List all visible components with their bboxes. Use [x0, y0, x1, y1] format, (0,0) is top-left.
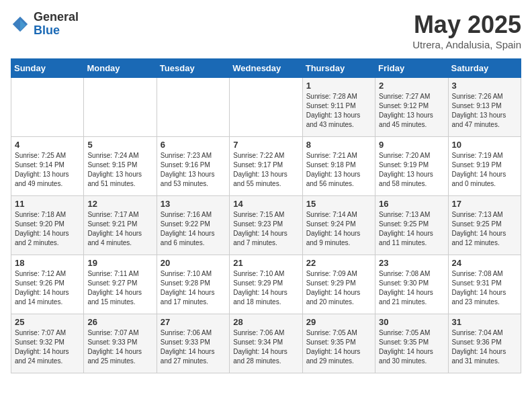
days-header-row: SundayMondayTuesdayWednesdayThursdayFrid…: [11, 59, 521, 78]
calendar-cell: [11, 78, 84, 137]
calendar-cell: 17Sunrise: 7:13 AM Sunset: 9:25 PM Dayli…: [448, 196, 521, 255]
title-area: May 2025 Utrera, Andalusia, Spain: [412, 11, 521, 50]
day-info: Sunrise: 7:11 AM Sunset: 9:27 PM Dayligh…: [87, 269, 152, 307]
calendar-cell: 24Sunrise: 7:08 AM Sunset: 9:31 PM Dayli…: [448, 255, 521, 314]
day-info: Sunrise: 7:08 AM Sunset: 9:30 PM Dayligh…: [379, 269, 444, 307]
day-info: Sunrise: 7:21 AM Sunset: 9:18 PM Dayligh…: [306, 151, 371, 189]
day-info: Sunrise: 7:13 AM Sunset: 9:25 PM Dayligh…: [452, 210, 517, 248]
calendar-cell: 1Sunrise: 7:28 AM Sunset: 9:11 PM Daylig…: [302, 78, 375, 137]
calendar-cell: 16Sunrise: 7:13 AM Sunset: 9:25 PM Dayli…: [375, 196, 448, 255]
header: General Blue May 2025 Utrera, Andalusia,…: [11, 11, 521, 50]
day-number: 28: [233, 317, 298, 327]
calendar-cell: 2Sunrise: 7:27 AM Sunset: 9:12 PM Daylig…: [375, 78, 448, 137]
day-number: 29: [306, 317, 371, 327]
logo-general-text: General: [34, 11, 79, 24]
day-number: 23: [379, 258, 444, 268]
day-info: Sunrise: 7:07 AM Sunset: 9:33 PM Dayligh…: [87, 328, 152, 366]
location: Utrera, Andalusia, Spain: [412, 39, 521, 50]
calendar-cell: 20Sunrise: 7:10 AM Sunset: 9:28 PM Dayli…: [157, 255, 229, 314]
day-number: 18: [15, 258, 80, 268]
day-number: 1: [306, 81, 371, 91]
day-info: Sunrise: 7:04 AM Sunset: 9:36 PM Dayligh…: [452, 328, 517, 366]
day-number: 11: [15, 199, 80, 209]
calendar-cell: 12Sunrise: 7:17 AM Sunset: 9:21 PM Dayli…: [84, 196, 157, 255]
day-number: 25: [15, 317, 80, 327]
day-info: Sunrise: 7:18 AM Sunset: 9:20 PM Dayligh…: [15, 210, 80, 248]
calendar-cell: 23Sunrise: 7:08 AM Sunset: 9:30 PM Dayli…: [375, 255, 448, 314]
calendar-cell: 31Sunrise: 7:04 AM Sunset: 9:36 PM Dayli…: [448, 314, 521, 373]
day-number: 2: [379, 81, 444, 91]
day-header-tuesday: Tuesday: [157, 59, 229, 78]
month-year: May 2025: [412, 11, 521, 39]
day-info: Sunrise: 7:26 AM Sunset: 9:13 PM Dayligh…: [452, 92, 517, 130]
calendar-cell: 30Sunrise: 7:05 AM Sunset: 9:35 PM Dayli…: [375, 314, 448, 373]
day-number: 15: [306, 199, 371, 209]
day-info: Sunrise: 7:06 AM Sunset: 9:33 PM Dayligh…: [161, 328, 226, 366]
week-row-5: 25Sunrise: 7:07 AM Sunset: 9:32 PM Dayli…: [11, 314, 521, 373]
day-header-friday: Friday: [375, 59, 448, 78]
calendar-cell: 25Sunrise: 7:07 AM Sunset: 9:32 PM Dayli…: [11, 314, 84, 373]
day-number: 4: [15, 140, 80, 150]
calendar-cell: 9Sunrise: 7:20 AM Sunset: 9:19 PM Daylig…: [375, 137, 448, 196]
calendar-cell: 4Sunrise: 7:25 AM Sunset: 9:14 PM Daylig…: [11, 137, 84, 196]
day-info: Sunrise: 7:25 AM Sunset: 9:14 PM Dayligh…: [15, 151, 80, 189]
day-number: 7: [233, 140, 298, 150]
logo: General Blue: [11, 11, 79, 38]
day-info: Sunrise: 7:07 AM Sunset: 9:32 PM Dayligh…: [15, 328, 80, 366]
calendar-cell: 5Sunrise: 7:24 AM Sunset: 9:15 PM Daylig…: [84, 137, 157, 196]
day-number: 26: [87, 317, 152, 327]
calendar-cell: 7Sunrise: 7:22 AM Sunset: 9:17 PM Daylig…: [230, 137, 302, 196]
day-number: 6: [161, 140, 226, 150]
day-info: Sunrise: 7:17 AM Sunset: 9:21 PM Dayligh…: [87, 210, 152, 248]
calendar-cell: 29Sunrise: 7:05 AM Sunset: 9:35 PM Dayli…: [302, 314, 375, 373]
calendar-cell: 26Sunrise: 7:07 AM Sunset: 9:33 PM Dayli…: [84, 314, 157, 373]
day-info: Sunrise: 7:15 AM Sunset: 9:23 PM Dayligh…: [233, 210, 298, 248]
day-number: 13: [161, 199, 226, 209]
calendar-cell: 18Sunrise: 7:12 AM Sunset: 9:26 PM Dayli…: [11, 255, 84, 314]
week-row-4: 18Sunrise: 7:12 AM Sunset: 9:26 PM Dayli…: [11, 255, 521, 314]
calendar-cell: 21Sunrise: 7:10 AM Sunset: 9:29 PM Dayli…: [230, 255, 302, 314]
week-row-3: 11Sunrise: 7:18 AM Sunset: 9:20 PM Dayli…: [11, 196, 521, 255]
calendar-cell: 13Sunrise: 7:16 AM Sunset: 9:22 PM Dayli…: [157, 196, 229, 255]
day-number: 30: [379, 317, 444, 327]
day-number: 17: [452, 199, 517, 209]
day-info: Sunrise: 7:12 AM Sunset: 9:26 PM Dayligh…: [15, 269, 80, 307]
day-info: Sunrise: 7:19 AM Sunset: 9:19 PM Dayligh…: [452, 151, 517, 189]
calendar-cell: 8Sunrise: 7:21 AM Sunset: 9:18 PM Daylig…: [302, 137, 375, 196]
day-number: 12: [87, 199, 152, 209]
logo-text: General Blue: [34, 11, 79, 38]
calendar-cell: 10Sunrise: 7:19 AM Sunset: 9:19 PM Dayli…: [448, 137, 521, 196]
day-number: 27: [161, 317, 226, 327]
logo-icon: [11, 15, 30, 34]
calendar-table: SundayMondayTuesdayWednesdayThursdayFrid…: [11, 58, 521, 373]
calendar-cell: 3Sunrise: 7:26 AM Sunset: 9:13 PM Daylig…: [448, 78, 521, 137]
day-header-thursday: Thursday: [302, 59, 375, 78]
calendar-cell: 11Sunrise: 7:18 AM Sunset: 9:20 PM Dayli…: [11, 196, 84, 255]
logo-blue-text: Blue: [34, 24, 79, 38]
day-info: Sunrise: 7:16 AM Sunset: 9:22 PM Dayligh…: [161, 210, 226, 248]
day-number: 20: [161, 258, 226, 268]
day-info: Sunrise: 7:05 AM Sunset: 9:35 PM Dayligh…: [379, 328, 444, 366]
day-info: Sunrise: 7:22 AM Sunset: 9:17 PM Dayligh…: [233, 151, 298, 189]
calendar-cell: 14Sunrise: 7:15 AM Sunset: 9:23 PM Dayli…: [230, 196, 302, 255]
day-number: 5: [87, 140, 152, 150]
day-info: Sunrise: 7:08 AM Sunset: 9:31 PM Dayligh…: [452, 269, 517, 307]
week-row-2: 4Sunrise: 7:25 AM Sunset: 9:14 PM Daylig…: [11, 137, 521, 196]
day-number: 31: [452, 317, 517, 327]
day-info: Sunrise: 7:13 AM Sunset: 9:25 PM Dayligh…: [379, 210, 444, 248]
day-number: 8: [306, 140, 371, 150]
day-info: Sunrise: 7:05 AM Sunset: 9:35 PM Dayligh…: [306, 328, 371, 366]
calendar-cell: 19Sunrise: 7:11 AM Sunset: 9:27 PM Dayli…: [84, 255, 157, 314]
calendar-cell: [230, 78, 302, 137]
day-info: Sunrise: 7:24 AM Sunset: 9:15 PM Dayligh…: [87, 151, 152, 189]
day-number: 3: [452, 81, 517, 91]
calendar-cell: 28Sunrise: 7:06 AM Sunset: 9:34 PM Dayli…: [230, 314, 302, 373]
calendar-cell: 15Sunrise: 7:14 AM Sunset: 9:24 PM Dayli…: [302, 196, 375, 255]
day-info: Sunrise: 7:10 AM Sunset: 9:29 PM Dayligh…: [233, 269, 298, 307]
day-number: 24: [452, 258, 517, 268]
day-info: Sunrise: 7:20 AM Sunset: 9:19 PM Dayligh…: [379, 151, 444, 189]
calendar-cell: 6Sunrise: 7:23 AM Sunset: 9:16 PM Daylig…: [157, 137, 229, 196]
day-number: 14: [233, 199, 298, 209]
day-info: Sunrise: 7:28 AM Sunset: 9:11 PM Dayligh…: [306, 92, 371, 130]
calendar-cell: [84, 78, 157, 137]
